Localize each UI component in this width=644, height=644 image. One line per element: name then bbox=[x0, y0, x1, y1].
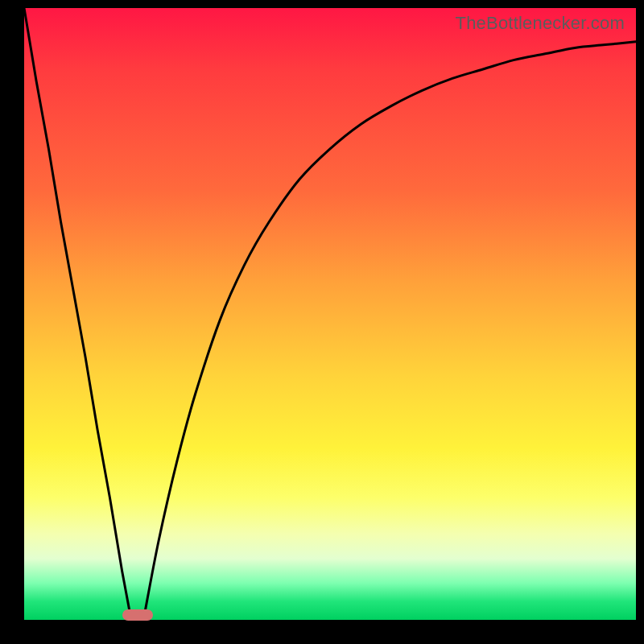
curves-svg bbox=[24, 8, 636, 620]
curve-left-branch bbox=[24, 8, 131, 620]
plot-area: TheBottlenecker.com bbox=[24, 8, 636, 620]
curve-right-branch bbox=[143, 42, 636, 620]
bottleneck-marker bbox=[122, 609, 153, 621]
chart-frame: TheBottlenecker.com bbox=[0, 0, 644, 644]
